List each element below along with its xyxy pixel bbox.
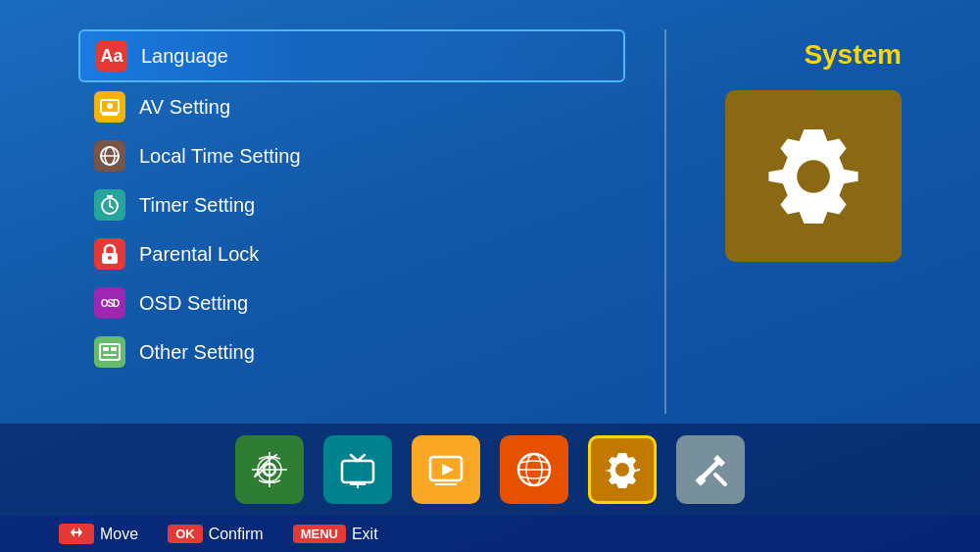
- osd-icon: OSD: [94, 287, 125, 319]
- divider: [664, 29, 666, 414]
- system-icon-box: [725, 90, 902, 262]
- footer-bar: Move OK Confirm MENU Exit: [0, 516, 980, 552]
- svg-rect-22: [342, 461, 373, 482]
- content-area: Aa Language AV Setting: [0, 0, 980, 424]
- menu-item-parental-lock[interactable]: Parental Lock: [78, 229, 625, 278]
- nav-tv-button[interactable]: [323, 435, 392, 504]
- svg-rect-15: [103, 354, 117, 356]
- nav-internet-button[interactable]: [500, 435, 568, 504]
- menu-item-av[interactable]: AV Setting: [78, 82, 625, 131]
- nav-icons-row: [235, 435, 745, 504]
- language-icon: Aa: [96, 40, 127, 72]
- ok-badge: OK: [168, 525, 203, 543]
- svg-line-36: [715, 475, 725, 484]
- gear-icon-large: [755, 118, 872, 235]
- svg-line-8: [110, 206, 113, 208]
- menu-item-local-time-label: Local Time Setting: [139, 145, 301, 168]
- menu-section: Aa Language AV Setting: [78, 29, 625, 414]
- nav-satellite-button[interactable]: [235, 435, 304, 504]
- svg-marker-37: [71, 527, 74, 537]
- local-time-icon: [94, 140, 125, 172]
- other-icon: [94, 336, 125, 368]
- move-label: Move: [100, 526, 138, 543]
- menu-label: Exit: [352, 526, 378, 543]
- footer-ok: OK Confirm: [168, 525, 264, 543]
- svg-point-33: [615, 463, 629, 477]
- menu-item-osd[interactable]: OSD OSD Setting: [78, 278, 625, 327]
- ok-label: Confirm: [209, 526, 264, 543]
- move-badge: [59, 524, 94, 544]
- footer-menu: MENU Exit: [293, 525, 378, 543]
- system-title: System: [804, 39, 902, 71]
- menu-item-timer-label: Timer Setting: [139, 194, 255, 217]
- parental-lock-icon: [94, 238, 125, 270]
- svg-point-1: [107, 103, 113, 109]
- svg-marker-28: [442, 464, 454, 476]
- menu-item-av-label: AV Setting: [139, 96, 230, 119]
- nav-media-button[interactable]: [412, 435, 480, 504]
- svg-rect-13: [103, 347, 109, 351]
- footer-move: Move: [59, 524, 138, 544]
- svg-rect-12: [100, 344, 120, 360]
- svg-point-16: [797, 160, 830, 193]
- timer-icon: [94, 189, 125, 221]
- menu-item-osd-label: OSD Setting: [139, 292, 248, 315]
- av-icon: [94, 91, 125, 123]
- bottom-sections: Move OK Confirm MENU Exit: [0, 424, 980, 552]
- menu-item-parental-lock-label: Parental Lock: [139, 243, 259, 266]
- menu-item-language-label: Language: [141, 45, 228, 68]
- svg-marker-38: [78, 527, 82, 537]
- menu-item-local-time[interactable]: Local Time Setting: [78, 131, 625, 180]
- nav-tools-button[interactable]: [676, 435, 745, 504]
- menu-item-language[interactable]: Aa Language: [78, 29, 625, 82]
- bottom-nav: [0, 424, 980, 516]
- menu-item-other-label: Other Setting: [139, 341, 255, 364]
- menu-item-timer[interactable]: Timer Setting: [78, 180, 625, 229]
- svg-rect-14: [111, 347, 117, 351]
- right-section: System: [706, 29, 921, 414]
- svg-point-11: [108, 256, 112, 260]
- menu-item-other[interactable]: Other Setting: [78, 327, 625, 376]
- nav-system-button[interactable]: [588, 435, 657, 504]
- main-container: Aa Language AV Setting: [0, 0, 980, 552]
- menu-badge: MENU: [293, 525, 346, 543]
